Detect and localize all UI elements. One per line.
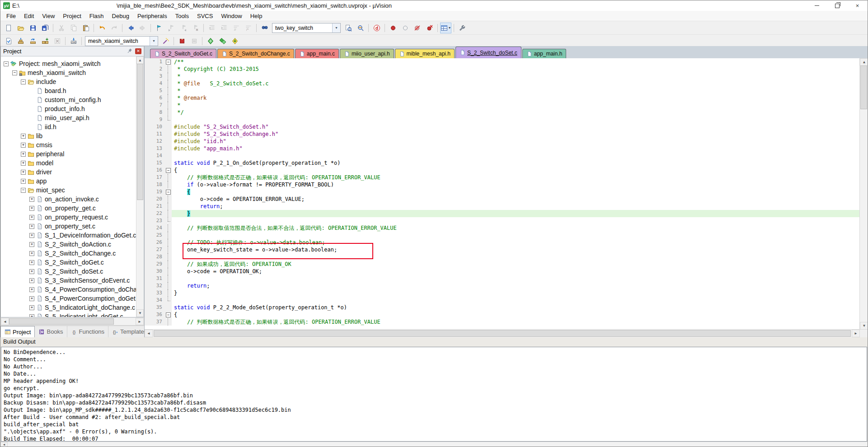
- save-all-button[interactable]: [39, 23, 51, 33]
- bookmark-next-button[interactable]: [178, 23, 189, 33]
- editor-tab-miio-user-api-h[interactable]: miio_user_api.h: [340, 49, 394, 58]
- pack-installer-button[interactable]: [229, 36, 240, 47]
- tree-item-s-2-switch-doaction-c[interactable]: +S_2_Switch_doAction.c: [1, 240, 144, 249]
- tree-item-s-5-indicatorlight-doget-c[interactable]: +S_5_IndicatorLight_doGet.c: [1, 312, 144, 317]
- tree-item-app[interactable]: +app: [1, 177, 144, 186]
- expand-icon[interactable]: +: [21, 170, 26, 175]
- bp-enable-button[interactable]: [399, 23, 411, 33]
- tree-item-model[interactable]: +model: [1, 158, 144, 168]
- menu-svcs[interactable]: SVCS: [193, 12, 217, 20]
- code-line-30[interactable]: 30 o->code = OPERATION_OK;: [145, 268, 860, 275]
- expand-icon[interactable]: +: [29, 233, 34, 238]
- code-line-10[interactable]: 10#include "S_2_Switch_doSet.h": [145, 123, 860, 130]
- expand-icon[interactable]: +: [29, 242, 34, 247]
- menu-debug[interactable]: Debug: [108, 12, 133, 20]
- expand-icon[interactable]: +: [29, 251, 34, 256]
- fold-box-icon[interactable]: −: [166, 60, 171, 65]
- expand-icon[interactable]: +: [29, 224, 34, 229]
- code-line-24[interactable]: 24 // 判断数据取值范围是否合法，如果不合法，返回代码: OPERATION…: [145, 224, 860, 232]
- code-line-6[interactable]: 6 * @remark: [145, 94, 860, 102]
- code-line-29[interactable]: 29 // 如果成功，返回代码: OPERATION_OK: [145, 261, 860, 268]
- code-line-18[interactable]: 18 if (o->value->format != PROPERTY_FORM…: [145, 181, 860, 188]
- rebuild-button[interactable]: [27, 36, 38, 47]
- code-line-14[interactable]: 14: [145, 152, 860, 159]
- code-line-22[interactable]: 22 }: [145, 210, 860, 217]
- editor-tab-app-main-h[interactable]: app_main.h: [522, 49, 567, 58]
- expand-icon[interactable]: +: [21, 152, 26, 157]
- code-line-16[interactable]: 16−{: [145, 167, 860, 174]
- code-line-11[interactable]: 11#include "S_2_Switch_doChange.h": [145, 130, 860, 138]
- menu-edit[interactable]: Edit: [20, 12, 38, 20]
- tree-item-s-2-switch-doget-c[interactable]: +S_2_Switch_doGet.c: [1, 258, 144, 267]
- bookmark-button[interactable]: [153, 23, 164, 33]
- expand-icon[interactable]: +: [21, 134, 26, 139]
- tree-item-s-3-switchsensor-doevent-c[interactable]: +S_3_SwitchSensor_doEvent.c: [1, 276, 144, 285]
- expand-icon[interactable]: +: [29, 305, 34, 310]
- code-line-34[interactable]: 34: [145, 297, 860, 304]
- tree-item-board-h[interactable]: board.h: [1, 86, 144, 95]
- fold-box-icon[interactable]: −: [166, 312, 171, 317]
- tree-item-miot-spec[interactable]: −miot_spec: [1, 186, 144, 195]
- code-line-17[interactable]: 17 // 判断数据格式是否正确，如果错误，返回代码: OPERATION_ER…: [145, 174, 860, 181]
- scroll-left-arrow-icon[interactable]: ◄: [0, 442, 8, 447]
- bp-disable-all-button[interactable]: [412, 23, 423, 33]
- code-line-19[interactable]: 19− {: [145, 188, 860, 196]
- editor-tab-mible-mesh-api-h[interactable]: mible_mesh_api.h: [395, 49, 455, 58]
- menu-help[interactable]: Help: [246, 12, 267, 20]
- bookmark-prev-button[interactable]: [165, 23, 177, 33]
- scroll-left-arrow-icon[interactable]: ◄: [145, 330, 153, 337]
- bp-kill-all-button[interactable]: [424, 23, 435, 33]
- bp-insert-button[interactable]: [387, 23, 399, 33]
- select-target-combobox[interactable]: mesh_xiaomi_switch▼: [85, 36, 158, 46]
- chevron-down-icon[interactable]: ▼: [150, 37, 158, 46]
- minimize-button[interactable]: [807, 0, 827, 11]
- options-target-button[interactable]: [160, 36, 171, 47]
- expand-icon[interactable]: +: [29, 269, 34, 274]
- code-line-25[interactable]: 25: [145, 232, 860, 239]
- tree-item-s-2-switch-doset-c[interactable]: +S_2_Switch_doSet.c: [1, 267, 144, 276]
- download-button[interactable]: LOAD: [68, 36, 79, 47]
- expand-icon[interactable]: +: [29, 314, 34, 318]
- collapse-icon[interactable]: −: [21, 79, 26, 84]
- code-line-8[interactable]: 8 */: [145, 109, 860, 116]
- collapse-icon[interactable]: −: [21, 188, 26, 193]
- find-text-combobox[interactable]: two_key_switch▼: [272, 23, 341, 33]
- find-in-files-button[interactable]: [343, 23, 354, 33]
- scroll-thumb[interactable]: [154, 330, 851, 337]
- editor-vertical-scrollbar[interactable]: ▲ ▼: [859, 58, 868, 330]
- code-line-32[interactable]: 32 return;: [145, 282, 860, 289]
- undo-button[interactable]: [96, 23, 108, 33]
- comment-button[interactable]: //: [230, 23, 242, 33]
- scroll-right-arrow-icon[interactable]: ►: [136, 318, 144, 325]
- expand-icon[interactable]: +: [29, 287, 34, 292]
- fold-collapse-icon[interactable]: −: [164, 167, 172, 174]
- menu-tools[interactable]: Tools: [171, 12, 193, 20]
- panel-tab-books[interactable]: ?Books: [35, 326, 67, 337]
- code-line-13[interactable]: 13#include "app_main.h": [145, 145, 860, 152]
- chevron-down-icon[interactable]: ▼: [448, 26, 451, 29]
- fold-collapse-icon[interactable]: −: [164, 311, 172, 318]
- scroll-up-arrow-icon[interactable]: ▲: [136, 56, 144, 64]
- scroll-thumb[interactable]: [860, 65, 867, 109]
- scroll-down-arrow-icon[interactable]: ▼: [860, 322, 868, 330]
- fold-collapse-icon[interactable]: −: [164, 58, 172, 65]
- tree-item-s-4-powerconsumption-doget-c[interactable]: +S_4_PowerConsumption_doGet.c: [1, 294, 144, 303]
- expand-icon[interactable]: +: [29, 296, 34, 301]
- code-line-4[interactable]: 4 * @file S_2_Switch_doSet.c: [145, 80, 860, 87]
- menu-file[interactable]: File: [2, 12, 20, 20]
- menu-window[interactable]: Window: [217, 12, 246, 20]
- tree-item-mesh-xiaomi-switch[interactable]: −mesh_xiaomi_switch: [1, 68, 144, 77]
- tree-item-project-mesh-xiaomi-switch[interactable]: −Project: mesh_xiaomi_switch: [1, 59, 144, 68]
- code-line-2[interactable]: 2 * Copyright (C) 2013-2015: [145, 65, 860, 73]
- code-line-1[interactable]: 1−/**: [145, 58, 860, 65]
- project-horizontal-scrollbar[interactable]: ◄ ►: [0, 317, 144, 326]
- collapse-icon[interactable]: −: [4, 61, 9, 66]
- code-line-21[interactable]: 21 return;: [145, 203, 860, 210]
- editor-horizontal-scrollbar[interactable]: ◄ ►: [145, 329, 860, 337]
- save-button[interactable]: [27, 23, 38, 33]
- build-output-horizontal-scrollbar[interactable]: ◄: [0, 442, 868, 447]
- scroll-up-arrow-icon[interactable]: ▲: [860, 58, 868, 66]
- outdent-button[interactable]: [206, 23, 217, 33]
- tree-item-s-2-switch-dochange-c[interactable]: +S_2_Switch_doChange.c: [1, 249, 144, 258]
- project-vertical-scrollbar[interactable]: ▲▼: [136, 56, 144, 317]
